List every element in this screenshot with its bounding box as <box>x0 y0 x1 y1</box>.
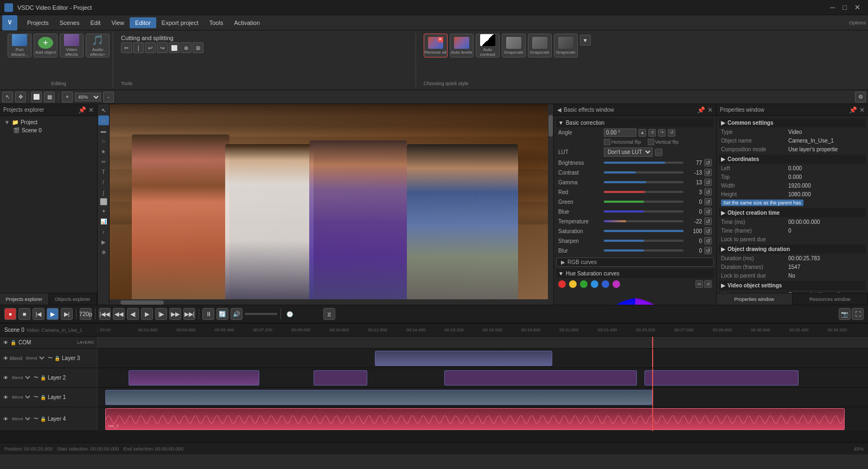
next-clip-btn[interactable]: |▶ <box>155 308 167 320</box>
preview-quality-btn[interactable]: 720p <box>80 308 92 320</box>
red-slider[interactable] <box>604 191 684 193</box>
video-effects-button[interactable]: Video effects <box>60 34 84 57</box>
angle-cw-btn[interactable]: ↷ <box>658 129 666 137</box>
tab-objects-explorer[interactable]: Objects explorer <box>49 293 98 305</box>
play-btn[interactable]: ▶ <box>47 308 59 320</box>
eye-l1-icon[interactable]: 👁 <box>3 395 8 400</box>
l2-clip-4[interactable] <box>644 370 799 386</box>
temperature-slider[interactable] <box>604 220 684 222</box>
line-btn[interactable]: / <box>98 177 109 187</box>
l4-content[interactable]: ost_2 <box>98 407 868 431</box>
l2-lock-icon[interactable]: 🔒 <box>40 375 46 381</box>
color-dot-yellow[interactable] <box>569 280 577 288</box>
menu-editor[interactable]: Editor <box>130 17 156 28</box>
auto-levels-button[interactable]: Auto levels <box>450 34 474 57</box>
rect-draw-btn[interactable]: ▬ <box>98 126 109 136</box>
angle-input[interactable] <box>604 129 636 137</box>
pin-effects-icon[interactable]: 📌 <box>697 106 705 114</box>
pin-prop-icon[interactable]: 📌 <box>849 106 857 114</box>
menu-activation[interactable]: Activation <box>228 17 265 28</box>
l1-blend-select[interactable]: Blend <box>10 394 32 400</box>
prev-frame-btn[interactable]: |◀ <box>33 308 44 320</box>
maximize-button[interactable]: □ <box>839 2 850 12</box>
goto-start-btn[interactable]: |◀◀ <box>99 308 111 320</box>
volume-slider[interactable] <box>245 313 277 315</box>
l3-blend-select[interactable]: Blend <box>24 355 46 361</box>
v-flip-btn[interactable]: Vertical flip <box>648 139 679 145</box>
grayscale-3-button[interactable]: Grayscale <box>554 34 578 57</box>
grayscale-2-button[interactable]: Grayscale <box>528 34 552 57</box>
prev-clip-btn[interactable]: ◀| <box>127 308 139 320</box>
pin-icon[interactable]: 📌 <box>78 106 86 114</box>
video-btn[interactable]: ▶ <box>98 237 109 247</box>
common-settings-header[interactable]: ▶ Common settings <box>719 118 866 127</box>
group-select[interactable]: ▦ <box>44 92 55 102</box>
split-tool[interactable]: | <box>133 42 144 53</box>
com-content[interactable] <box>98 337 868 348</box>
pointer-tool[interactable]: ↖ <box>2 92 13 102</box>
minimize-button[interactable]: ─ <box>827 2 838 12</box>
green-slider[interactable] <box>604 201 684 203</box>
undo-tool[interactable]: ↩ <box>145 42 156 53</box>
gamma-reset[interactable]: ↺ <box>704 178 712 186</box>
blue-slider[interactable] <box>604 210 684 213</box>
temperature-reset[interactable]: ↺ <box>704 217 712 225</box>
trim-tool[interactable]: ⊞ <box>193 42 203 53</box>
effects-btn[interactable]: ✦ <box>98 206 109 216</box>
color-dot-cyan[interactable] <box>591 280 598 288</box>
time-format-btn[interactable]: ⧖ <box>323 308 335 320</box>
angle-ccw-btn[interactable]: ↺ <box>668 129 675 137</box>
zoom-select[interactable]: 45%100%50% <box>75 93 101 101</box>
l3-clip-1[interactable] <box>375 351 552 366</box>
stop-btn[interactable]: ■ <box>18 308 30 320</box>
play2-btn[interactable]: ▶ <box>141 308 153 320</box>
sharpen-reset[interactable]: ↺ <box>704 237 712 245</box>
tab-properties-window[interactable]: Properties window <box>717 293 793 305</box>
brightness-reset[interactable]: ↺ <box>704 159 712 166</box>
zoom-in[interactable]: + <box>62 92 73 102</box>
angle-spin-up[interactable]: ▲ <box>639 129 646 137</box>
blur-reset[interactable]: ↺ <box>704 247 712 254</box>
saturation-slider[interactable] <box>604 230 684 232</box>
tree-project[interactable]: ▼ 📁 Project <box>2 118 95 126</box>
coordinates-header[interactable]: ▶ Coordinates <box>719 155 866 164</box>
next-marker-btn[interactable]: ▶▶ <box>169 308 181 320</box>
zoom-out[interactable]: - <box>103 92 114 102</box>
run-wizard-button[interactable]: Run Wizard... <box>8 34 31 57</box>
select-tool[interactable]: ⬜ <box>169 42 180 53</box>
l2-clip-3[interactable] <box>444 370 637 386</box>
menu-edit[interactable]: Edit <box>85 17 106 28</box>
audio-effects-button[interactable]: 🎵 Audio effects+ <box>86 34 110 57</box>
eye-l4-icon[interactable]: 👁 <box>3 416 8 422</box>
color-picker-btn[interactable]: ✏ <box>695 280 703 288</box>
goto-end-btn[interactable]: ▶▶| <box>183 308 195 320</box>
fullscreen-btn[interactable]: ⛶ <box>852 308 864 320</box>
prev-marker-btn[interactable]: ◀◀ <box>113 308 125 320</box>
object-creation-time-header[interactable]: ▶ Object creation time <box>719 208 866 217</box>
snapshot-btn[interactable]: 📷 <box>839 308 851 320</box>
l1-lock-icon[interactable]: 🔒 <box>40 395 46 400</box>
menu-projects[interactable]: Projects <box>22 17 54 28</box>
chart-btn[interactable]: 📊 <box>98 216 109 226</box>
move-tool[interactable]: ✥ <box>15 92 26 102</box>
ellipse-draw-btn[interactable]: ○ <box>98 136 109 146</box>
close-panel-icon[interactable]: ✕ <box>88 106 94 114</box>
star-draw-btn[interactable]: ★ <box>98 146 109 156</box>
select-btn[interactable]: ▭ <box>98 115 109 125</box>
l2-clip-1[interactable] <box>129 370 259 386</box>
music-btn[interactable]: ♪ <box>98 227 109 236</box>
canvas-scrollbar-v[interactable] <box>548 104 553 305</box>
close-prop-icon[interactable]: ✕ <box>859 106 865 114</box>
sharpen-slider[interactable] <box>604 240 684 242</box>
brightness-slider[interactable] <box>604 162 684 164</box>
close-effects-icon[interactable]: ✕ <box>707 106 713 114</box>
l2-clip-2[interactable] <box>314 370 367 386</box>
eye-l3-icon[interactable]: 👁 <box>3 356 8 361</box>
record-btn[interactable]: ● <box>4 308 16 320</box>
magnet-tool[interactable]: ⊕ <box>181 42 192 53</box>
lock-com-icon[interactable]: 🔒 <box>10 340 16 345</box>
color-reset-btn[interactable]: ↺ <box>704 280 712 288</box>
contrast-slider[interactable] <box>604 171 684 174</box>
color-dot-blue[interactable] <box>602 280 609 288</box>
lut-btn[interactable]: … <box>655 149 662 156</box>
